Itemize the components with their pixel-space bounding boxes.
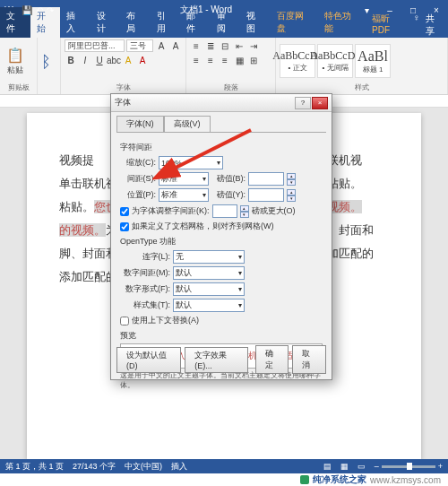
redo-icon[interactable]: ↷	[47, 5, 54, 15]
group-font: 阿里巴巴普... 三号 A A B I U abc A A 字体	[61, 38, 186, 94]
bold-icon[interactable]: B	[65, 54, 77, 66]
zoom-in-button[interactable]: +	[438, 462, 443, 471]
dialog-close-button[interactable]: ×	[312, 97, 328, 109]
snap-grid-checkbox[interactable]	[120, 222, 129, 231]
strike-icon[interactable]: abc	[108, 54, 120, 66]
status-words[interactable]: 27/143 个字	[73, 461, 116, 473]
snap-grid-label: 如果定义了文档网格，则对齐到网格(W)	[132, 221, 274, 232]
font-dialog: 字体 ? × 字体(N) 高级(V) 字符间距 缩放(C): 100% 间距(S…	[110, 93, 332, 380]
watermark-logo-icon	[300, 475, 309, 484]
font-size-select[interactable]: 三号	[126, 39, 153, 52]
scale-select[interactable]: 100%	[159, 156, 223, 169]
view-print-icon[interactable]: ▦	[340, 462, 349, 471]
dialog-tab-font[interactable]: 字体(N)	[116, 116, 164, 132]
dialog-titlebar[interactable]: 字体 ? ×	[111, 94, 332, 112]
ligatures-label: 连字(L):	[120, 251, 170, 263]
position-select[interactable]: 标准	[159, 188, 209, 202]
bullets-icon[interactable]: ≡	[190, 39, 202, 52]
share-button[interactable]: 共享	[426, 13, 443, 38]
spacing-label: 间距(S):	[120, 173, 156, 185]
section-preview: 预览	[120, 330, 323, 342]
shrink-font-icon[interactable]: A	[169, 39, 182, 52]
tab-references[interactable]: 引用	[151, 7, 181, 38]
spacing-spin[interactable]: ▴▾	[287, 173, 296, 186]
numspacing-select[interactable]: 默认	[173, 266, 245, 280]
numform-select[interactable]: 默认	[173, 282, 245, 296]
view-read-icon[interactable]: ▤	[323, 462, 332, 471]
kerning-checkbox[interactable]	[120, 207, 129, 216]
group-styles: AaBbCcDc• 正文 AaBbCcDc• 无间隔 AaBl标题 1 样式	[276, 38, 448, 94]
watermark: 纯净系统之家 www.kzmsys.com	[0, 473, 448, 486]
indent-inc-icon[interactable]: ⇥	[247, 39, 260, 52]
status-insert[interactable]: 插入	[171, 461, 187, 473]
set-default-button[interactable]: 设为默认值(D)	[116, 347, 181, 373]
context-alt-label: 使用上下文替换(A)	[132, 315, 199, 326]
status-language[interactable]: 中文(中国)	[125, 461, 162, 473]
ligatures-select[interactable]: 无	[173, 250, 245, 264]
tab-foxit[interactable]: 福昕PDF	[366, 10, 413, 38]
align-center-icon[interactable]: ≡	[204, 54, 217, 66]
align-right-icon[interactable]: ≡	[219, 54, 231, 66]
group-label-styles: 样式	[280, 82, 444, 92]
text-effects-button[interactable]: 文字效果(E)...	[185, 347, 247, 373]
status-bar: 第 1 页，共 1 页 27/143 个字 中文(中国) 插入 ▤ ▦ ▭ – …	[0, 459, 448, 473]
grow-font-icon[interactable]: A	[155, 39, 168, 52]
group-clipboard: 📋粘贴 剪贴板	[0, 38, 38, 94]
zoom-out-button[interactable]: –	[375, 462, 379, 471]
paste-button[interactable]: 📋粘贴	[4, 46, 27, 77]
font-color-icon[interactable]: A	[136, 54, 149, 66]
highlight-icon[interactable]: A	[122, 54, 134, 66]
context-alt-checkbox[interactable]	[120, 317, 129, 325]
tab-view[interactable]: 视图	[240, 7, 271, 38]
dialog-help-button[interactable]: ?	[295, 97, 311, 109]
tab-baidu[interactable]: 百度网盘	[271, 7, 318, 38]
numbering-icon[interactable]: ≣	[204, 39, 217, 52]
zoom-slider[interactable]	[382, 465, 435, 468]
position-spin[interactable]: ▴▾	[287, 189, 296, 202]
group-label-clipboard: 剪贴板	[4, 82, 33, 92]
font-name-select[interactable]: 阿里巴巴普...	[65, 39, 125, 52]
scale-label: 缩放(C):	[120, 157, 156, 169]
tab-mailings[interactable]: 邮件	[180, 7, 211, 38]
dialog-title: 字体	[115, 97, 295, 108]
tab-layout[interactable]: 布局	[120, 7, 151, 38]
indent-dec-icon[interactable]: ⇤	[233, 39, 246, 52]
styleset-select[interactable]: 默认	[173, 299, 245, 312]
multilevel-icon[interactable]: ⊟	[219, 39, 231, 52]
underline-icon[interactable]: U	[93, 54, 106, 66]
position-amt-label: 磅值(Y):	[211, 189, 246, 201]
tab-insert[interactable]: 插入	[60, 7, 90, 38]
kerning-amt-input[interactable]	[212, 204, 237, 218]
style-heading1[interactable]: AaBl标题 1	[355, 44, 391, 78]
tab-review[interactable]: 审阅	[211, 7, 241, 38]
ribbon-tabs: 文件 开始 插入 设计 布局 引用 邮件 审阅 视图 百度网盘 特色功能 福昕P…	[0, 20, 448, 38]
shading-icon[interactable]: ▦	[233, 54, 246, 66]
align-left-icon[interactable]: ≡	[190, 54, 202, 66]
tab-home[interactable]: 开始	[30, 7, 61, 38]
tab-design[interactable]: 设计	[90, 7, 121, 38]
spacing-select[interactable]: 标准	[159, 172, 209, 186]
italic-icon[interactable]: I	[79, 54, 91, 66]
cancel-button[interactable]: 取消	[292, 345, 326, 374]
view-web-icon[interactable]: ▭	[358, 462, 366, 471]
style-nospacing[interactable]: AaBbCcDc• 无间隔	[317, 44, 353, 78]
section-char-spacing: 字符间距	[120, 142, 323, 153]
undo-icon[interactable]: ↶	[36, 5, 43, 15]
styleset-label: 样式集(T):	[120, 299, 170, 311]
group-label-font: 字体	[65, 82, 182, 92]
position-amt-input[interactable]	[248, 188, 284, 202]
kerning-spin[interactable]: ▴▾	[240, 205, 249, 218]
status-page[interactable]: 第 1 页，共 1 页	[5, 461, 64, 473]
borders-icon[interactable]: ⊞	[247, 54, 260, 66]
position-label: 位置(P):	[120, 189, 156, 201]
tab-features[interactable]: 特色功能	[318, 7, 366, 38]
save-icon[interactable]: 💾	[22, 5, 32, 15]
watermark-url: www.kzmsys.com	[370, 475, 441, 485]
dialog-tab-advanced[interactable]: 高级(V)	[164, 116, 211, 132]
bluetooth-icon[interactable]: ᛒ	[41, 53, 51, 72]
group-paragraph: ≡ ≣ ⊟ ⇤ ⇥ ≡ ≡ ≡ ▦ ⊞ 段落	[186, 38, 276, 94]
ok-button[interactable]: 确定	[255, 345, 289, 374]
spacing-amt-input[interactable]	[248, 172, 284, 186]
kerning-unit: 磅或更大(O)	[252, 205, 296, 217]
tell-me-icon[interactable]: ♀	[413, 13, 420, 38]
